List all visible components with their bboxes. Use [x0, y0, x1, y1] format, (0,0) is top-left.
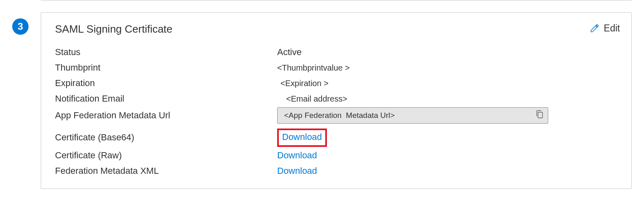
metadata-url-label: App Federation Metadata Url: [55, 109, 277, 122]
cert-base64-row: Certificate (Base64) Download: [55, 129, 620, 147]
expiration-value: <Expiration >: [277, 78, 620, 89]
notification-email-label: Notification Email: [55, 93, 277, 105]
thumbprint-label: Thumbprint: [55, 62, 277, 74]
thumbprint-row: Thumbprint <Thumbprintvalue >: [55, 61, 620, 75]
metadata-url-row: App Federation Metadata Url: [55, 107, 620, 124]
previous-card-border: [41, 0, 632, 0]
cert-raw-label: Certificate (Raw): [55, 149, 277, 162]
fed-xml-row: Federation Metadata XML Download: [55, 164, 620, 178]
copy-icon: [536, 110, 544, 119]
edit-button[interactable]: Edit: [590, 22, 620, 35]
copy-button[interactable]: [536, 110, 544, 122]
download-cert-raw-link[interactable]: Download: [277, 150, 317, 160]
fed-xml-label: Federation Metadata XML: [55, 165, 277, 177]
download-cert-base64-link[interactable]: Download: [282, 132, 322, 142]
expiration-row: Expiration <Expiration >: [55, 76, 620, 90]
card-title: SAML Signing Certificate: [55, 22, 172, 36]
pencil-icon: [590, 23, 600, 33]
status-value: Active: [277, 46, 620, 59]
svg-rect-0: [538, 112, 543, 118]
status-label: Status: [55, 46, 277, 59]
notification-email-row: Notification Email <Email address>: [55, 92, 620, 106]
download-highlight: Download: [277, 129, 327, 147]
step-badge: 3: [12, 18, 29, 35]
expiration-label: Expiration: [55, 77, 277, 90]
metadata-url-input[interactable]: [284, 111, 536, 120]
saml-certificate-card: SAML Signing Certificate Edit Status Act…: [41, 12, 632, 189]
step-number: 3: [18, 20, 23, 33]
step-column: 3: [0, 6, 41, 35]
metadata-url-field: [277, 107, 548, 124]
edit-label: Edit: [604, 22, 620, 35]
status-row: Status Active: [55, 45, 620, 59]
cert-raw-row: Certificate (Raw) Download: [55, 149, 620, 162]
download-fed-xml-link[interactable]: Download: [277, 166, 317, 176]
thumbprint-value: <Thumbprintvalue >: [277, 62, 620, 73]
card-header: SAML Signing Certificate Edit: [55, 22, 620, 36]
saml-certificate-section: 3 SAML Signing Certificate Edit Status A…: [0, 0, 644, 189]
cert-base64-label: Certificate (Base64): [55, 131, 277, 144]
notification-email-value: <Email address>: [277, 93, 620, 104]
